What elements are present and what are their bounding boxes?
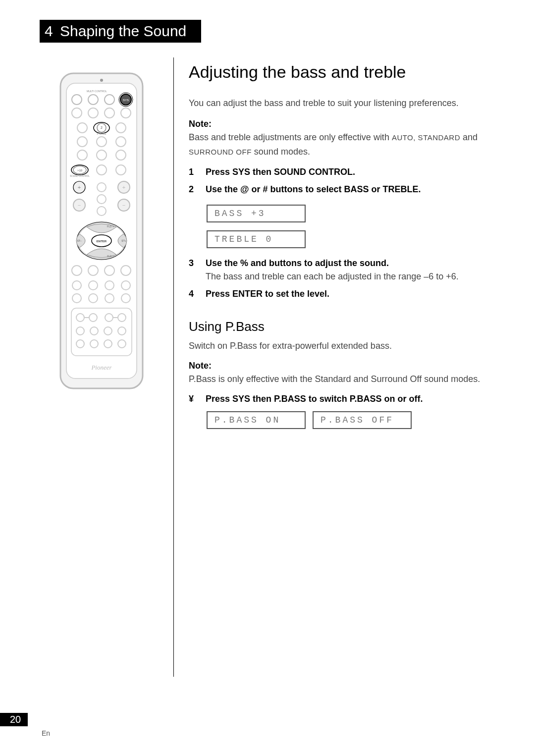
step-num: 2: [189, 184, 197, 195]
note-label-2: Note:: [189, 361, 505, 371]
step-text: Press SYS then SOUND CONTROL.: [206, 167, 355, 177]
label-sys: SYS: [123, 99, 129, 102]
step-2: 2 Use the @ or # buttons to select BASS …: [189, 184, 505, 195]
label-gt10: >10: [77, 169, 83, 172]
step-sub: The bass and treble can each be adjusted…: [206, 271, 459, 282]
step-text: Use the % and buttons to adjust the soun…: [206, 258, 459, 269]
label-pbass: P. BASS: [97, 132, 107, 135]
note-body-2: P.Bass is only effective with the Standa…: [189, 372, 505, 386]
display-pbass-off: P.BASS OFF: [313, 411, 412, 429]
brand-label: Pioneer: [91, 364, 112, 371]
pbass-step: ¥ Press SYS then P.BASS to switch P.BASS…: [189, 394, 505, 404]
pbass-intro: Switch on P.Bass for extra-powerful exte…: [189, 339, 505, 353]
step-text: Use the @ or # buttons to select BASS or…: [206, 184, 421, 195]
intro-text: You can adjust the bass and treble to su…: [189, 97, 505, 110]
page-number: 20: [0, 713, 28, 726]
svg-text:+: +: [122, 184, 125, 190]
step-num: 3: [189, 258, 197, 282]
label-2: 2: [101, 126, 103, 129]
display-bass: BASS +3: [207, 205, 306, 222]
svg-text:+: +: [78, 184, 81, 190]
display-pbass-on: P.BASS ON: [207, 411, 306, 429]
chapter-bar: 4 Shaping the Sound: [40, 20, 201, 43]
step-text: Press SYS then P.BASS to switch P.BASS o…: [206, 394, 423, 404]
step-num: 4: [189, 289, 197, 299]
mode-list-1: AUTO, STANDARD: [392, 133, 460, 142]
column-divider: [173, 57, 174, 677]
display-treble: TREBLE 0: [207, 230, 306, 248]
svg-text:−: −: [122, 202, 125, 208]
language-code: En: [42, 729, 50, 737]
content-column: Adjusting the bass and treble You can ad…: [189, 57, 505, 677]
step-1: 1 Press SYS then SOUND CONTROL.: [189, 167, 505, 177]
remote-control-illustration: MULTI CONTROL SYS: [59, 72, 144, 389]
step-text: Press ENTER to set the level.: [206, 289, 329, 299]
mode-list-2: SURROUND OFF: [189, 148, 252, 156]
label-multi-control: MULTI CONTROL: [87, 90, 107, 93]
note-label-1: Note:: [189, 119, 505, 129]
svg-text:FLD –: FLD –: [107, 255, 114, 258]
note-body-1: Bass and treble adjustments are only eff…: [189, 130, 505, 159]
chapter-title: Shaping the Sound: [60, 23, 186, 39]
label-sound-control: SOUND CONTROL: [70, 175, 90, 177]
chapter-number: 4: [45, 23, 53, 39]
label-enter: ENTER: [97, 240, 107, 243]
subsection-heading: Using P.Bass: [189, 319, 505, 334]
remote-column: MULTI CONTROL SYS: [40, 57, 163, 677]
svg-text:ST–: ST–: [77, 239, 81, 242]
svg-text:−: −: [78, 202, 81, 208]
step-num: 1: [189, 167, 197, 177]
svg-text:ST+: ST+: [121, 239, 126, 242]
step-bullet: ¥: [189, 394, 197, 404]
svg-point-2: [100, 79, 103, 82]
section-heading: Adjusting the bass and treble: [189, 62, 505, 82]
step-4: 4 Press ENTER to set the level.: [189, 289, 505, 299]
step-3: 3 Use the % and buttons to adjust the so…: [189, 258, 505, 282]
svg-text:FLD +: FLD +: [107, 225, 114, 228]
